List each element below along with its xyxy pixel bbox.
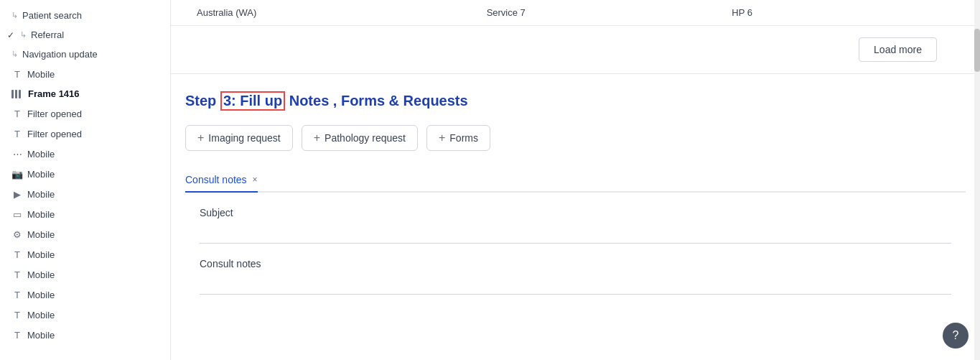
dots-icon: ⋯ xyxy=(11,148,23,160)
text-icon: T xyxy=(11,289,23,300)
text-icon: T xyxy=(11,128,23,139)
plus-icon: + xyxy=(439,131,445,144)
consult-notes-input[interactable] xyxy=(200,274,951,295)
tab-label: Consult notes xyxy=(185,174,247,185)
sidebar-item-label: Frame 1416 xyxy=(28,88,80,99)
card-icon: ▭ xyxy=(11,208,23,220)
sidebar-item-label: Patient search xyxy=(22,10,82,21)
forms-label: Forms xyxy=(449,132,478,144)
sidebar-item-navigation-update[interactable]: ↳ Navigation update xyxy=(0,45,170,64)
arrow-icon: ↳ xyxy=(11,11,18,20)
sidebar-item-label: Referral xyxy=(31,29,64,40)
scrollbar[interactable] xyxy=(974,0,980,360)
help-button[interactable]: ? xyxy=(943,323,969,349)
table-cell-col1: Australia (WA) xyxy=(185,0,475,25)
imaging-request-label: Imaging request xyxy=(208,132,280,144)
sidebar-item-filter-opened-2[interactable]: T Filter opened xyxy=(0,124,170,144)
consult-notes-label: Consult notes xyxy=(200,258,951,269)
action-buttons: + Imaging request + Pathology request + … xyxy=(185,125,966,151)
pathology-request-button[interactable]: + Pathology request xyxy=(302,125,418,151)
text-icon: T xyxy=(11,329,23,341)
sidebar-item-filter-opened-1[interactable]: T Filter opened xyxy=(0,103,170,124)
sidebar-item-mobile-6[interactable]: ⚙ Mobile xyxy=(0,224,170,244)
sidebar-item-mobile-1[interactable]: T Mobile xyxy=(0,64,170,84)
form-section: Subject Consult notes xyxy=(185,207,966,295)
sidebar-item-mobile-5[interactable]: ▭ Mobile xyxy=(0,204,170,224)
sidebar: ↳ Patient search ✓ ↳ Referral ↳ Navigati… xyxy=(0,0,171,360)
table-cell-col3: HP 6 xyxy=(720,0,966,25)
sidebar-item-mobile-4[interactable]: ▶ Mobile xyxy=(0,184,170,204)
sidebar-item-label: Mobile xyxy=(27,229,55,240)
step-title-highlight: 3: Fill up xyxy=(220,91,285,111)
tabs-row: Consult notes × xyxy=(185,168,966,193)
sidebar-item-label: Mobile xyxy=(27,149,55,160)
sidebar-item-mobile-9[interactable]: T Mobile xyxy=(0,285,170,305)
sidebar-item-frame-1416[interactable]: Frame 1416 xyxy=(0,84,170,103)
sidebar-item-label: Filter opened xyxy=(27,129,82,139)
subject-label: Subject xyxy=(200,207,951,218)
step-title-prefix: Step xyxy=(185,93,220,109)
tab-close-button[interactable]: × xyxy=(253,175,258,185)
imaging-request-button[interactable]: + Imaging request xyxy=(185,125,293,151)
text-icon: T xyxy=(11,108,23,119)
sidebar-item-label: Mobile xyxy=(27,290,55,300)
table-row: Australia (WA) Service 7 HP 6 xyxy=(171,0,980,26)
sidebar-item-label: Mobile xyxy=(27,209,55,220)
text-icon: T xyxy=(11,269,23,280)
plus-icon: + xyxy=(197,131,204,144)
sidebar-item-patient-search[interactable]: ↳ Patient search xyxy=(0,6,170,25)
load-more-button[interactable]: Load more xyxy=(859,37,937,62)
subject-input[interactable] xyxy=(200,223,951,244)
check-icon: ✓ xyxy=(7,30,14,40)
sidebar-item-label: Mobile xyxy=(27,269,55,280)
sidebar-item-mobile-2[interactable]: ⋯ Mobile xyxy=(0,144,170,164)
tab-consult-notes[interactable]: Consult notes × xyxy=(185,168,258,193)
arrow-icon: ↳ xyxy=(11,50,18,59)
table-cell-col2: Service 7 xyxy=(475,0,721,25)
sidebar-item-label: Navigation update xyxy=(22,49,98,60)
sidebar-item-label: Mobile xyxy=(27,310,55,320)
text-icon: T xyxy=(11,309,23,320)
step-title: Step 3: Fill up Notes , Forms & Requests xyxy=(185,91,966,111)
sidebar-item-mobile-8[interactable]: T Mobile xyxy=(0,264,170,285)
arrow-icon: ↳ xyxy=(20,30,27,40)
sidebar-item-label: Mobile xyxy=(27,189,55,200)
plus-icon: + xyxy=(314,131,320,144)
load-more-row: Load more xyxy=(171,26,980,74)
gear-icon: ⚙ xyxy=(11,229,23,240)
step-section: Step 3: Fill up Notes , Forms & Requests… xyxy=(171,74,980,295)
sidebar-item-mobile-3[interactable]: 📷 Mobile xyxy=(0,164,170,184)
sidebar-item-label: Mobile xyxy=(27,330,55,341)
sidebar-item-label: Filter opened xyxy=(27,109,82,119)
main-content: Australia (WA) Service 7 HP 6 Load more … xyxy=(171,0,980,360)
bars-icon xyxy=(11,90,21,98)
consult-notes-field-group: Consult notes xyxy=(200,258,951,295)
sidebar-item-mobile-7[interactable]: T Mobile xyxy=(0,244,170,264)
sidebar-item-referral[interactable]: ✓ ↳ Referral xyxy=(0,25,170,45)
sidebar-item-label: Mobile xyxy=(27,169,55,180)
text-icon: T xyxy=(11,249,23,260)
scrollbar-thumb[interactable] xyxy=(974,29,980,72)
pathology-request-label: Pathology request xyxy=(325,132,406,144)
text-icon: T xyxy=(11,68,23,80)
subject-field-group: Subject xyxy=(200,207,951,244)
sidebar-item-label: Mobile xyxy=(27,249,55,260)
video-icon: ▶ xyxy=(11,188,23,200)
sidebar-item-mobile-10[interactable]: T Mobile xyxy=(0,305,170,325)
forms-button[interactable]: + Forms xyxy=(426,125,490,151)
sidebar-item-label: Mobile xyxy=(27,69,55,80)
step-title-suffix: Notes , Forms & Requests xyxy=(285,93,468,109)
camera-icon: 📷 xyxy=(11,168,23,180)
sidebar-item-mobile-11[interactable]: T Mobile xyxy=(0,325,170,345)
